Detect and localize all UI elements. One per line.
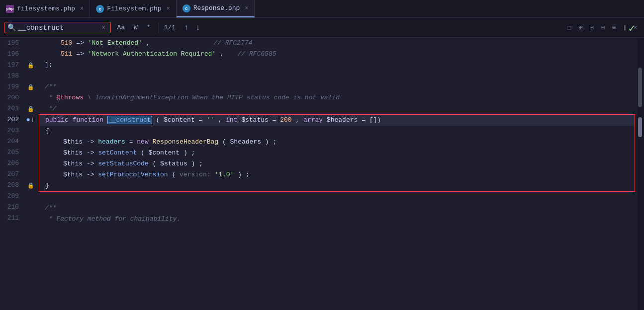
viewport-button[interactable]: ☐ (564, 22, 573, 33)
check-mark: ✓ (629, 22, 635, 35)
tab-filesystem-label: Filesystem.php (107, 5, 161, 12)
line-num-209: 209 (4, 191, 19, 202)
case-sensitive-button[interactable]: Aa (114, 23, 128, 32)
search-icon: 🔍 (7, 23, 16, 32)
search-prev-button[interactable]: ↑ (182, 23, 191, 32)
filter-button[interactable]: ⫿ (621, 23, 629, 33)
line-num-200: 200 (4, 92, 19, 103)
line-num-201: 201 (4, 103, 19, 114)
gutter-202: ●↓ (26, 114, 36, 125)
search-clear-button[interactable]: × (99, 24, 107, 32)
code-line-201: */ (37, 103, 637, 114)
gutter-208: 🔒 (27, 180, 34, 191)
code-line-210: /** (37, 203, 637, 214)
gutter-199: 🔒 (27, 81, 34, 92)
line-num-198: 198 (4, 71, 19, 81)
c-icon-filesystem: c (96, 5, 104, 13)
c-icon-response: c (183, 4, 190, 12)
code-line-204: $this -> headers = new ResponseHeaderBag… (39, 137, 635, 148)
tab-filesystem-close[interactable]: × (166, 5, 170, 12)
tab-response-label: Response.php (193, 4, 240, 12)
equal-icon-button[interactable]: ⊟ (598, 22, 607, 33)
whole-word-button[interactable]: W (131, 23, 141, 32)
scrollbar-track[interactable] (637, 38, 644, 310)
editor-right (637, 38, 644, 310)
align-button[interactable]: ≡ (609, 23, 618, 33)
code-line-199: /** (37, 81, 637, 92)
code-line-208: } (39, 180, 635, 191)
line-num-207: 207 (4, 169, 19, 180)
line-num-205: 205 (4, 147, 19, 158)
line-num-202: 202 (4, 114, 19, 125)
line-num-197: 197 (4, 60, 19, 71)
tab-filesystem[interactable]: c Filesystem.php × (90, 0, 176, 17)
line-num-203: 203 (4, 125, 19, 136)
function-block: public function __construct ( $content =… (39, 114, 635, 192)
code-line-211: * Factory method for chainability. (37, 214, 637, 225)
code-line-205: $this -> setContent ( $content ) ; (39, 148, 635, 158)
tab-response-close[interactable]: × (245, 5, 248, 12)
search-input[interactable] (18, 24, 97, 32)
search-next-button[interactable]: ↓ (193, 23, 202, 32)
line-num-195: 195 (4, 38, 19, 49)
search-count: 1/1 (164, 24, 179, 31)
line-num-210: 210 (4, 202, 19, 213)
tab-filesystems-close[interactable]: × (80, 5, 84, 12)
search-input-wrapper: 🔍 × (4, 22, 111, 33)
tab-bar: php filesystems.php × c Filesystem.php ×… (0, 0, 644, 18)
code-line-202: public function __construct ( $content =… (39, 115, 635, 126)
plus-icon-button[interactable]: ⊞ (576, 22, 585, 33)
tab-filesystems[interactable]: php filesystems.php × (0, 0, 90, 17)
search-bar: 🔍 × Aa W * 1/1 ↑ ↓ ☐ ⊞ ⊟ ⊟ ≡ ⫿ × (0, 18, 644, 38)
line-num-211: 211 (4, 213, 19, 224)
code-line-206: $this -> setStatusCode ( $status ) ; (39, 158, 635, 169)
code-line-198 (37, 71, 637, 81)
code-line-203: { (39, 126, 635, 137)
line-numbers: 195 196 197 198 199 200 201 202 203 204 … (0, 38, 25, 310)
tab-filesystems-label: filesystems.php (17, 5, 75, 12)
regex-button[interactable]: * (144, 23, 154, 32)
code-area[interactable]: 510 => 'Not Extended' , // RFC2774 511 =… (37, 38, 637, 310)
scrollbar-thumb[interactable] (638, 68, 642, 107)
scrollbar-thumb-2[interactable] (638, 117, 642, 137)
line-num-196: 196 (4, 49, 19, 60)
code-line-200: * @throws \ InvalidArgumentException Whe… (37, 92, 637, 103)
code-line-197: ]; (37, 60, 637, 71)
gutter-201: 🔒 (27, 103, 34, 114)
code-line-207: $this -> setProtocolVersion ( version: '… (39, 169, 635, 180)
gutter-197: 🔒 (27, 60, 34, 71)
line-num-208: 208 (4, 180, 19, 191)
arrow-icon: ●↓ (26, 116, 35, 124)
gutter: 🔒 🔒 🔒 ●↓ 🔒 (25, 38, 37, 310)
php-icon: php (6, 5, 14, 13)
line-num-199: 199 (4, 81, 19, 92)
code-line-209 (37, 192, 637, 203)
minus-icon-button[interactable]: ⊟ (587, 22, 596, 33)
editor-container: 195 196 197 198 199 200 201 202 203 204 … (0, 38, 644, 310)
search-divider (159, 23, 159, 33)
code-line-195: 510 => 'Not Extended' , // RFC2774 (37, 38, 637, 49)
tab-response[interactable]: c Response.php × (177, 0, 255, 17)
line-num-206: 206 (4, 158, 19, 169)
code-line-196: 511 => 'Network Authentication Required'… (37, 49, 637, 60)
line-num-204: 204 (4, 136, 19, 147)
